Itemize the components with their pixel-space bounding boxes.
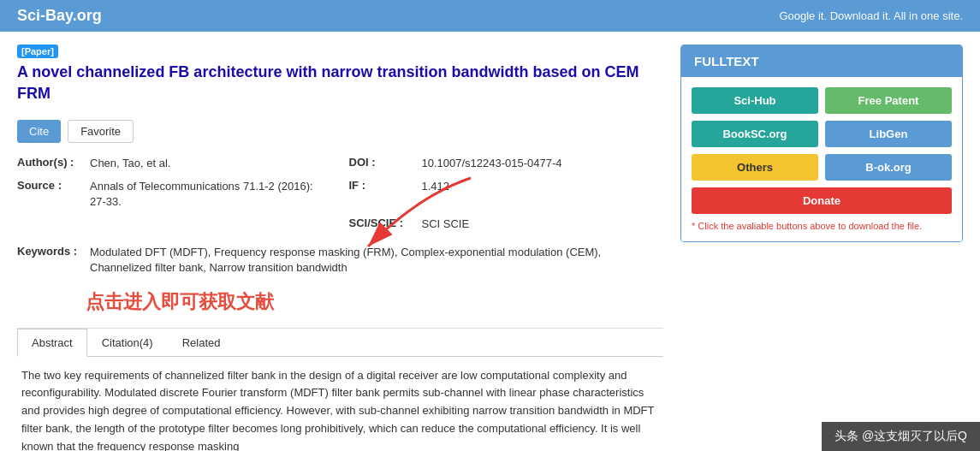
abstract-text: The two key requirements of channelized … <box>17 367 663 452</box>
doi-label: DOI : <box>349 156 418 169</box>
main-content: [Paper] A novel channelized FB architect… <box>0 32 980 451</box>
meta-grid: Author(s) : Chen, Tao, et al. DOI : 10.1… <box>17 156 663 232</box>
libgen-button[interactable]: LibGen <box>825 121 952 147</box>
authors-value: Chen, Tao, et al. <box>90 156 170 171</box>
fulltext-header: FULLTEXT <box>681 45 962 77</box>
fulltext-note: * Click the avaliable buttons above to d… <box>692 221 952 231</box>
sciscie-value: SCI SCIE <box>422 217 470 232</box>
source-value: Annals of Telecommunications 71.1-2 (201… <box>90 179 332 210</box>
tab-citation[interactable]: Citation(4) <box>87 329 168 357</box>
if-value: 1.412 <box>422 179 450 194</box>
right-panel: FULLTEXT Sci-Hub Free Patent BookSC.org … <box>680 45 963 451</box>
annotation-area: 点击进入即可获取文献 <box>17 289 663 315</box>
donate-row: Donate <box>692 187 952 214</box>
tab-abstract[interactable]: Abstract <box>17 329 87 357</box>
tabs-nav: Abstract Citation(4) Related <box>17 329 663 357</box>
site-tagline: Google it. Download it. All in one site. <box>779 9 963 22</box>
cite-button[interactable]: Cite <box>17 120 61 143</box>
paper-title-area: [Paper] A novel channelized FB architect… <box>17 45 663 113</box>
authors-row: Author(s) : Chen, Tao, et al. <box>17 156 332 171</box>
source-label: Source : <box>17 179 86 192</box>
left-panel: [Paper] A novel channelized FB architect… <box>17 45 663 451</box>
keywords-value: Modulated DFT (MDFT), Frequency response… <box>90 245 663 276</box>
bok-button[interactable]: B-ok.org <box>825 154 952 181</box>
scihub-button[interactable]: Sci-Hub <box>692 87 818 114</box>
fulltext-btn-grid: Sci-Hub Free Patent BookSC.org LibGen Ot… <box>692 87 952 181</box>
keywords-row: Keywords : Modulated DFT (MDFT), Frequen… <box>17 245 663 276</box>
site-header: Sci-Bay.org Google it. Download it. All … <box>0 0 980 32</box>
authors-label: Author(s) : <box>17 156 86 169</box>
favorite-button[interactable]: Favorite <box>68 120 134 143</box>
free-patent-button[interactable]: Free Patent <box>825 87 952 114</box>
action-buttons-row: Cite Favorite <box>17 120 663 143</box>
others-button[interactable]: Others <box>692 154 818 181</box>
source-row: Source : Annals of Telecommunications 71… <box>17 179 332 210</box>
sciscie-row: SCI/SCIE : SCI SCIE <box>349 217 664 232</box>
chinese-annotation: 点击进入即可获取文献 <box>86 289 663 315</box>
fulltext-box: FULLTEXT Sci-Hub Free Patent BookSC.org … <box>680 45 963 242</box>
keywords-label: Keywords : <box>17 245 86 258</box>
doi-value: 10.1007/s12243-015-0477-4 <box>422 156 562 171</box>
paper-tag: [Paper] <box>17 45 58 58</box>
sciscie-label: SCI/SCIE : <box>349 217 418 229</box>
booksc-button[interactable]: BookSC.org <box>692 121 818 147</box>
watermark: 头条 @这支烟灭了以后Q <box>822 422 980 451</box>
if-row: IF : 1.412 <box>349 179 664 210</box>
fulltext-body: Sci-Hub Free Patent BookSC.org LibGen Ot… <box>681 77 962 241</box>
tab-related[interactable]: Related <box>168 329 235 357</box>
tabs-area: Abstract Citation(4) Related The two key… <box>17 328 663 452</box>
if-label: IF : <box>349 179 418 192</box>
paper-title: A novel channelized FB architecture with… <box>17 62 663 104</box>
donate-button[interactable]: Donate <box>692 187 952 214</box>
site-logo[interactable]: Sci-Bay.org <box>17 7 102 25</box>
doi-row: DOI : 10.1007/s12243-015-0477-4 <box>349 156 664 171</box>
